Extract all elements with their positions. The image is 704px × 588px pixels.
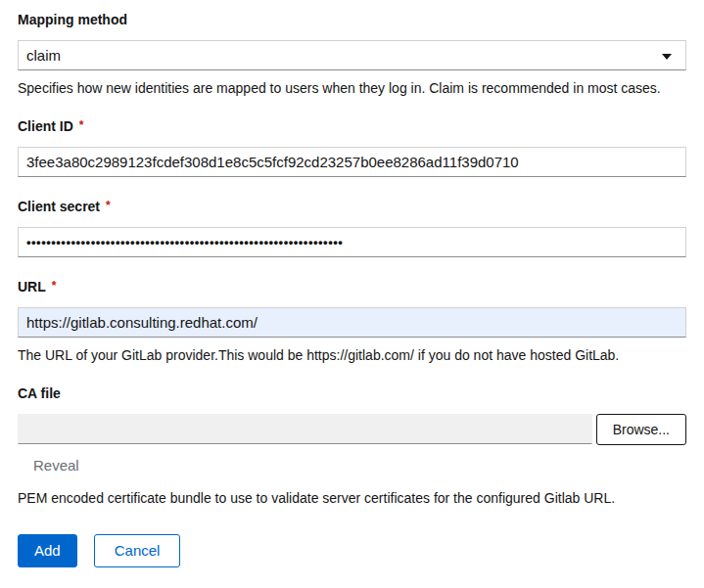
ca-file-filename-input bbox=[18, 414, 592, 444]
mapping-method-helper: Specifies how new identities are mapped … bbox=[18, 79, 686, 97]
client-secret-group: Client secret* bbox=[18, 200, 686, 257]
required-asterisk: * bbox=[52, 280, 57, 292]
reveal-button[interactable]: Reveal bbox=[33, 457, 79, 474]
client-id-label-text: Client ID bbox=[18, 118, 73, 134]
url-label: URL* bbox=[18, 280, 686, 294]
client-secret-label: Client secret* bbox=[18, 200, 686, 213]
cancel-button[interactable]: Cancel bbox=[94, 534, 181, 568]
ca-file-helper: PEM encoded certificate bundle to use to… bbox=[18, 489, 686, 507]
client-secret-input[interactable] bbox=[18, 227, 686, 257]
mapping-method-label: Mapping method bbox=[18, 13, 686, 26]
url-group: URL* The URL of your GitLab provider.Thi… bbox=[18, 280, 686, 364]
mapping-method-group: Mapping method claim Specifies how new i… bbox=[18, 13, 686, 97]
client-id-input[interactable] bbox=[18, 147, 686, 177]
ca-file-upload: Browse... bbox=[18, 414, 686, 445]
client-id-group: Client ID* bbox=[18, 119, 686, 177]
mapping-method-select[interactable]: claim bbox=[18, 40, 686, 70]
url-helper: The URL of your GitLab provider.This wou… bbox=[18, 346, 686, 364]
required-asterisk: * bbox=[79, 119, 84, 131]
required-asterisk: * bbox=[106, 200, 111, 211]
gitlab-idp-form: Mapping method claim Specifies how new i… bbox=[18, 13, 686, 567]
form-actions: Add Cancel bbox=[18, 534, 686, 568]
url-input[interactable] bbox=[18, 307, 686, 338]
caret-down-icon bbox=[662, 54, 672, 60]
client-id-label: Client ID* bbox=[18, 119, 686, 133]
ca-file-label: CA file bbox=[18, 386, 686, 400]
url-label-text: URL bbox=[18, 279, 46, 294]
client-secret-label-text: Client secret bbox=[18, 199, 100, 214]
mapping-method-selected-value: claim bbox=[26, 47, 61, 64]
add-button[interactable]: Add bbox=[18, 534, 77, 568]
browse-button[interactable]: Browse... bbox=[596, 414, 686, 445]
ca-file-group: CA file Browse... Reveal PEM encoded cer… bbox=[18, 386, 686, 507]
